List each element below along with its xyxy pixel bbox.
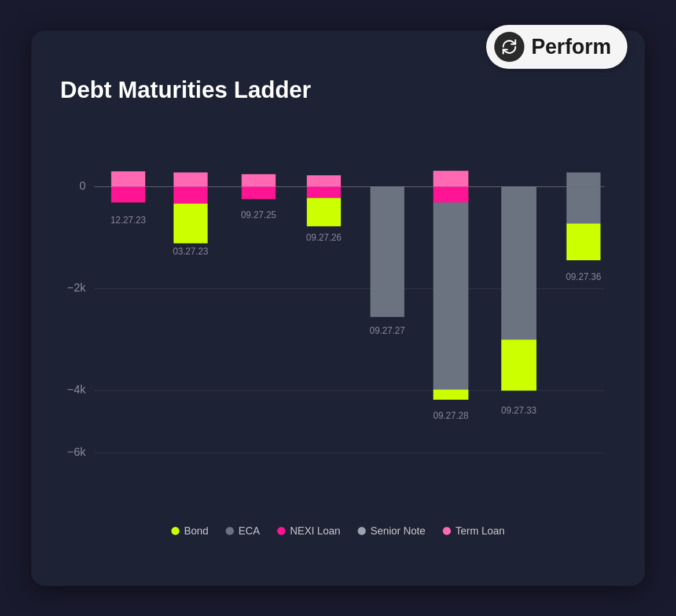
- bar-bond-4: [307, 198, 341, 226]
- chart-area: 0 −2k −4k −6k 12.27.23: [60, 120, 616, 514]
- chart-legend: Bond ECA NEXI Loan Senior Note Term Loan: [60, 525, 616, 537]
- date-label-2: 03.27.23: [173, 246, 208, 256]
- date-label-4: 09.27.26: [306, 232, 341, 242]
- bar-nexi-3: [241, 186, 275, 199]
- legend-label-bond: Bond: [184, 525, 208, 537]
- legend-dot-term: [443, 527, 451, 535]
- bar-nexi-6: [433, 186, 469, 202]
- y-label-6k: −6k: [67, 445, 86, 458]
- date-label-5: 09.27.27: [370, 326, 405, 335]
- refresh-icon: [494, 32, 524, 62]
- y-label-4k: −4k: [67, 383, 86, 396]
- bar-eca-7: [501, 186, 537, 339]
- date-label-7: 09.27.33: [501, 405, 537, 415]
- perform-label: Perform: [531, 35, 611, 59]
- bar-bond-8: [567, 223, 601, 260]
- date-label-1: 12.27.23: [111, 215, 146, 225]
- date-label-8: 09.27.36: [566, 272, 601, 282]
- bar-bond-7: [501, 340, 537, 390]
- bar-eca-8: [567, 186, 601, 223]
- legend-label-senior: Senior Note: [370, 525, 425, 537]
- legend-label-nexi: NEXI Loan: [290, 525, 340, 537]
- bar-eca-5: [370, 186, 405, 316]
- bar-nexi-1: [111, 186, 145, 202]
- legend-bond: Bond: [171, 525, 208, 537]
- legend-term-loan: Term Loan: [443, 525, 505, 537]
- bar-eca-top-8: [567, 172, 601, 186]
- bar-group-4: 09.27.26: [306, 175, 341, 242]
- legend-dot-eca: [226, 527, 234, 535]
- bar-group-2: 03.27.23: [173, 172, 208, 256]
- bar-nexi-4: [307, 186, 341, 198]
- bar-term-4: [307, 175, 341, 187]
- legend-dot-nexi: [277, 527, 285, 535]
- bar-group-7: 09.27.33: [501, 186, 537, 415]
- chart-svg: 0 −2k −4k −6k 12.27.23: [60, 120, 616, 514]
- legend-dot-bond: [171, 527, 179, 535]
- bar-termoan-1: [111, 171, 145, 186]
- bar-group-8: 09.27.36: [566, 172, 601, 282]
- date-label-3: 09.27.25: [241, 209, 276, 219]
- bar-group-3: 09.27.25: [241, 174, 276, 219]
- legend-dot-senior: [358, 527, 366, 535]
- y-label-2k: −2k: [67, 281, 86, 293]
- card-container: Perform Debt Maturities Ladder 0 −2k −4k…: [31, 31, 645, 586]
- bar-bond-2: [174, 204, 208, 244]
- bar-term-3: [241, 174, 275, 187]
- date-label-6: 09.27.28: [433, 411, 468, 420]
- bar-group-1: 12.27.23: [111, 171, 146, 225]
- legend-senior-note: Senior Note: [358, 525, 425, 537]
- legend-nexi: NEXI Loan: [277, 525, 340, 537]
- legend-label-term: Term Loan: [455, 525, 505, 537]
- bar-eca-6: [433, 202, 469, 389]
- bar-term-6: [433, 171, 469, 186]
- legend-label-eca: ECA: [238, 525, 260, 537]
- bar-group-6: 09.27.28: [433, 171, 468, 420]
- bar-bond-6: [433, 389, 469, 400]
- bar-term-2: [174, 172, 208, 186]
- chart-title: Debt Maturities Ladder: [60, 77, 616, 103]
- legend-eca: ECA: [226, 525, 260, 537]
- y-label-0: 0: [79, 179, 86, 191]
- bar-group-5: 09.27.27: [370, 186, 405, 335]
- perform-badge[interactable]: Perform: [486, 25, 627, 69]
- bar-nexi-2: [174, 186, 208, 203]
